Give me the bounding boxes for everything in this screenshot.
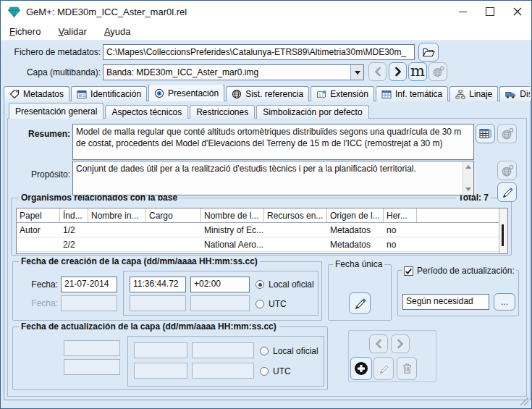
periodo-group: Período de actualización: Según necesida… (397, 270, 519, 316)
hora-creacion-input[interactable]: 11:36:44.72 (130, 277, 186, 292)
proposito-label: Propósito: (25, 169, 70, 180)
radio-utc[interactable]: UTC (256, 299, 287, 309)
hora-actualizacion-input-2[interactable] (134, 363, 187, 379)
table-scrollbar[interactable] (499, 208, 507, 253)
edit-fecha-button[interactable] (373, 357, 394, 380)
resize-grip[interactable] (518, 395, 529, 406)
subtab-label: Simbolización por defecto (263, 107, 362, 117)
resumen-globe-button[interactable] (497, 124, 517, 143)
tab-label: Presentación (168, 88, 219, 98)
column-header[interactable]: Cargo (146, 208, 201, 222)
scroll-up-icon[interactable] (465, 165, 471, 169)
proposito-globe-button[interactable] (497, 161, 517, 180)
tab-linaje[interactable]: Linaje (449, 86, 498, 101)
resumen-calc-button[interactable] (476, 124, 495, 143)
menu-fichero[interactable]: Fichero (9, 26, 41, 37)
column-header[interactable]: Recursos en... (264, 208, 327, 222)
column-header[interactable]: Nombre de l... (201, 208, 264, 222)
tab-metadatos[interactable]: Metadatos (4, 86, 69, 101)
fecha-edit-button[interactable] (349, 292, 371, 314)
fecha-creacion-input[interactable]: 21-07-2014 (61, 277, 117, 292)
tab-label: Dis (520, 89, 530, 99)
layer-combobox[interactable]: Banda: MDE30m_ICC_Aster_mar0.img (103, 64, 364, 80)
form-icon (77, 90, 87, 99)
subtab-simbolizacion[interactable]: Simbolización por defecto (256, 105, 368, 119)
fecha-creacion-input-2[interactable] (61, 295, 117, 311)
tab-identificacion[interactable]: Identificación (71, 86, 147, 101)
zona-actualizacion-input[interactable] (192, 342, 254, 358)
proposito-scrollbar[interactable] (463, 162, 473, 194)
menu-validar[interactable]: Validar (58, 26, 87, 37)
hora-actualizacion-input[interactable] (134, 342, 187, 358)
organismos-table[interactable]: Papel Índ... Nombre in... Cargo Nombre d… (16, 208, 508, 254)
band-globe-button[interactable] (428, 62, 447, 81)
checkbox-checked-icon[interactable] (404, 266, 413, 276)
prev-fecha-button[interactable] (369, 334, 388, 353)
column-header[interactable]: Origen de l... (327, 208, 384, 222)
maximize-icon (486, 7, 494, 16)
table-row[interactable]: 2/2 National Aero... Metadatos no (17, 237, 507, 252)
radio-local-oficial-2[interactable]: Local oficial (260, 346, 318, 356)
tab-distribucion[interactable]: Dis (499, 86, 530, 101)
column-header[interactable] (417, 208, 507, 222)
cell-indice: 1/1 (60, 252, 88, 254)
maximize-button[interactable] (476, 1, 504, 22)
tab-inf-tematica[interactable]: Inf. temática (376, 86, 448, 101)
previous-band-button[interactable] (368, 62, 387, 81)
subtab-aspectos-tecnicos[interactable]: Aspectos técnicos (105, 105, 188, 119)
pencil-icon (502, 187, 513, 198)
subtab-label: Restricciones (196, 107, 248, 117)
radio-icon (260, 367, 269, 376)
periodo-input[interactable]: Según necesidad (402, 294, 489, 310)
title-bar[interactable]: GeM+: MDE30m_ICC_Aster_mar0l.rel (1, 1, 531, 22)
column-header[interactable]: Her... (384, 208, 417, 222)
proposito-textarea[interactable]: Conjunt de dades útil per a la realitzac… (72, 161, 474, 195)
periodo-checkbox-row[interactable]: Período de actualización: (402, 266, 516, 276)
pencil-icon (379, 363, 389, 374)
table-header-row[interactable]: Papel Índ... Nombre in... Cargo Nombre d… (17, 208, 507, 223)
layer-label: Capa (multibanda): (7, 67, 101, 77)
zona-creacion-input[interactable]: +02:00 (190, 277, 250, 292)
table-scrollbar-thumb[interactable] (502, 224, 504, 246)
zona-creacion-input-2[interactable] (190, 295, 250, 311)
close-button[interactable] (504, 1, 531, 22)
column-header[interactable]: Índ... (60, 208, 88, 222)
column-header[interactable]: Papel (17, 208, 60, 222)
add-fecha-button[interactable] (350, 357, 372, 380)
next-fecha-button[interactable] (391, 334, 410, 353)
table-row[interactable]: Autor 1/2 Ministry of Ec... Metadatos no (17, 223, 507, 237)
tab-label: Linaje (469, 89, 492, 99)
tab-sist-referencia[interactable]: Sist. referencia (226, 86, 309, 101)
combobox-dropdown-button[interactable] (350, 65, 363, 80)
menu-ayuda[interactable]: Ayuda (104, 26, 131, 37)
column-header[interactable]: Nombre in... (88, 208, 146, 222)
pencil-icon (354, 298, 366, 310)
hora-creacion-input-2[interactable] (130, 295, 186, 311)
fecha-actualizacion-input[interactable] (64, 340, 120, 356)
minimize-button[interactable] (449, 1, 476, 22)
radio-local-oficial[interactable]: Local oficial (256, 279, 314, 290)
resumen-textarea[interactable]: Model de malla regular que conté altitud… (72, 124, 474, 160)
subtab-restricciones[interactable]: Restricciones (190, 105, 255, 119)
open-file-button[interactable] (418, 43, 439, 62)
table-row-clipped[interactable]: Productor 1/1 Institut Cartogr... http:/… (17, 252, 507, 254)
delete-fecha-button[interactable] (397, 357, 417, 380)
cell-papel: Autor (17, 225, 60, 235)
tab-extension[interactable]: Extensión (311, 86, 374, 101)
tab-label: Extensión (330, 89, 368, 99)
tab-presentacion[interactable]: Presentación (148, 85, 224, 101)
plus-icon (354, 361, 368, 376)
scroll-down-icon[interactable] (465, 187, 471, 191)
radio-utc-2[interactable]: UTC (260, 366, 291, 376)
subtab-presentacion-general[interactable]: Presentación general (9, 103, 104, 119)
cell-heredado: no (384, 225, 417, 235)
fecha-actualizacion-input-2[interactable] (64, 359, 120, 375)
metadata-file-input[interactable]: C:\Mapes\ColleccionsPreferides\Catalunya… (103, 44, 415, 60)
next-band-button[interactable] (389, 62, 407, 81)
organismos-edit-button[interactable] (497, 182, 517, 202)
folder-open-icon (423, 47, 435, 57)
periodo-browse-button[interactable]: ... (494, 293, 515, 311)
zona-actualizacion-input-2[interactable] (192, 363, 254, 379)
metadata-band-button[interactable]: m (408, 62, 427, 81)
tab-label: Identificación (90, 89, 141, 99)
